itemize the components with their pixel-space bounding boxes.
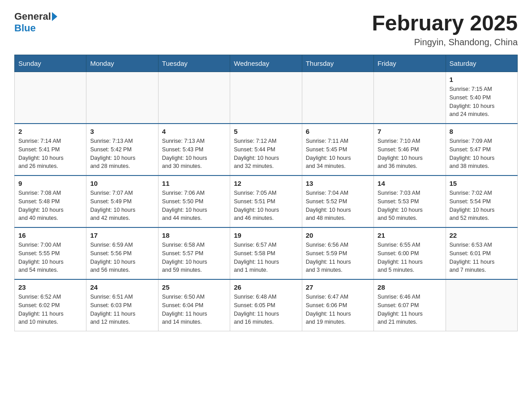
calendar-day-cell: 25Sunrise: 6:50 AMSunset: 6:04 PMDayligh… xyxy=(158,279,230,331)
calendar-day-header: Saturday xyxy=(446,55,517,72)
calendar-day-cell: 14Sunrise: 7:03 AMSunset: 5:53 PMDayligh… xyxy=(374,176,446,227)
day-number: 23 xyxy=(18,283,82,291)
calendar-week-row: 2Sunrise: 7:14 AMSunset: 5:41 PMDaylight… xyxy=(15,124,518,176)
day-number: 11 xyxy=(162,180,226,187)
day-info: Sunrise: 7:15 AMSunset: 5:40 PMDaylight:… xyxy=(450,85,514,119)
day-info: Sunrise: 6:56 AMSunset: 5:59 PMDaylight:… xyxy=(306,241,370,274)
day-number: 12 xyxy=(234,180,298,187)
day-number: 24 xyxy=(90,283,154,291)
calendar-day-header: Wednesday xyxy=(230,55,302,72)
day-info: Sunrise: 7:05 AMSunset: 5:51 PMDaylight:… xyxy=(234,189,298,223)
calendar-table: SundayMondayTuesdayWednesdayThursdayFrid… xyxy=(14,55,518,331)
calendar-day-cell: 1Sunrise: 7:15 AMSunset: 5:40 PMDaylight… xyxy=(446,72,517,124)
calendar-day-cell: 13Sunrise: 7:04 AMSunset: 5:52 PMDayligh… xyxy=(302,176,373,227)
day-number: 2 xyxy=(18,128,82,135)
calendar-day-cell: 23Sunrise: 6:52 AMSunset: 6:02 PMDayligh… xyxy=(15,279,86,331)
calendar-day-cell: 21Sunrise: 6:55 AMSunset: 6:00 PMDayligh… xyxy=(374,227,446,279)
day-info: Sunrise: 7:03 AMSunset: 5:53 PMDaylight:… xyxy=(378,189,442,223)
calendar-day-cell: 20Sunrise: 6:56 AMSunset: 5:59 PMDayligh… xyxy=(302,227,373,279)
calendar-day-cell: 24Sunrise: 6:51 AMSunset: 6:03 PMDayligh… xyxy=(86,279,158,331)
day-number: 7 xyxy=(378,128,442,135)
calendar-day-cell: 3Sunrise: 7:13 AMSunset: 5:42 PMDaylight… xyxy=(86,124,158,176)
calendar-header-row: SundayMondayTuesdayWednesdayThursdayFrid… xyxy=(15,55,518,72)
calendar-day-cell: 26Sunrise: 6:48 AMSunset: 6:05 PMDayligh… xyxy=(230,279,302,331)
page-header: General Blue February 2025 Pingyin, Shan… xyxy=(14,11,518,47)
day-info: Sunrise: 6:53 AMSunset: 6:01 PMDaylight:… xyxy=(450,241,514,274)
day-number: 15 xyxy=(450,180,514,187)
day-info: Sunrise: 6:57 AMSunset: 5:58 PMDaylight:… xyxy=(234,241,298,274)
calendar-day-cell: 6Sunrise: 7:11 AMSunset: 5:45 PMDaylight… xyxy=(302,124,373,176)
day-number: 16 xyxy=(18,231,82,239)
day-number: 6 xyxy=(306,128,370,135)
day-number: 25 xyxy=(162,283,226,291)
calendar-week-row: 23Sunrise: 6:52 AMSunset: 6:02 PMDayligh… xyxy=(15,279,518,331)
day-number: 14 xyxy=(378,180,442,187)
logo-arrow-icon xyxy=(52,12,57,21)
day-number: 21 xyxy=(378,231,442,239)
day-info: Sunrise: 7:13 AMSunset: 5:42 PMDaylight:… xyxy=(90,137,154,171)
calendar-day-cell: 9Sunrise: 7:08 AMSunset: 5:48 PMDaylight… xyxy=(15,176,86,227)
day-number: 28 xyxy=(378,283,442,291)
month-title: February 2025 xyxy=(372,11,518,35)
calendar-day-cell xyxy=(302,72,373,124)
day-info: Sunrise: 6:50 AMSunset: 6:04 PMDaylight:… xyxy=(162,293,226,326)
calendar-day-cell: 4Sunrise: 7:13 AMSunset: 5:43 PMDaylight… xyxy=(158,124,230,176)
day-number: 1 xyxy=(450,76,514,83)
day-number: 17 xyxy=(90,231,154,239)
day-info: Sunrise: 6:52 AMSunset: 6:02 PMDaylight:… xyxy=(18,293,82,326)
calendar-day-cell: 7Sunrise: 7:10 AMSunset: 5:46 PMDaylight… xyxy=(374,124,446,176)
calendar-day-cell xyxy=(158,72,230,124)
day-number: 22 xyxy=(450,231,514,239)
calendar-day-header: Friday xyxy=(374,55,446,72)
day-info: Sunrise: 7:13 AMSunset: 5:43 PMDaylight:… xyxy=(162,137,226,171)
day-number: 13 xyxy=(306,180,370,187)
day-number: 27 xyxy=(306,283,370,291)
day-info: Sunrise: 7:12 AMSunset: 5:44 PMDaylight:… xyxy=(234,137,298,171)
calendar-day-header: Thursday xyxy=(302,55,373,72)
calendar-day-cell: 15Sunrise: 7:02 AMSunset: 5:54 PMDayligh… xyxy=(446,176,517,227)
calendar-day-header: Sunday xyxy=(15,55,86,72)
day-info: Sunrise: 7:09 AMSunset: 5:47 PMDaylight:… xyxy=(450,137,514,171)
day-number: 20 xyxy=(306,231,370,239)
calendar-day-cell: 19Sunrise: 6:57 AMSunset: 5:58 PMDayligh… xyxy=(230,227,302,279)
calendar-day-cell: 12Sunrise: 7:05 AMSunset: 5:51 PMDayligh… xyxy=(230,176,302,227)
calendar-day-cell xyxy=(15,72,86,124)
day-info: Sunrise: 7:10 AMSunset: 5:46 PMDaylight:… xyxy=(378,137,442,171)
title-section: February 2025 Pingyin, Shandong, China xyxy=(372,11,518,47)
calendar-week-row: 9Sunrise: 7:08 AMSunset: 5:48 PMDaylight… xyxy=(15,176,518,227)
day-number: 8 xyxy=(450,128,514,135)
day-info: Sunrise: 7:02 AMSunset: 5:54 PMDaylight:… xyxy=(450,189,514,223)
day-info: Sunrise: 7:06 AMSunset: 5:50 PMDaylight:… xyxy=(162,189,226,223)
calendar-day-cell: 18Sunrise: 6:58 AMSunset: 5:57 PMDayligh… xyxy=(158,227,230,279)
day-number: 5 xyxy=(234,128,298,135)
calendar-day-cell xyxy=(86,72,158,124)
calendar-day-cell: 5Sunrise: 7:12 AMSunset: 5:44 PMDaylight… xyxy=(230,124,302,176)
calendar-day-cell: 16Sunrise: 7:00 AMSunset: 5:55 PMDayligh… xyxy=(15,227,86,279)
calendar-day-cell: 11Sunrise: 7:06 AMSunset: 5:50 PMDayligh… xyxy=(158,176,230,227)
calendar-day-cell: 2Sunrise: 7:14 AMSunset: 5:41 PMDaylight… xyxy=(15,124,86,176)
day-info: Sunrise: 7:08 AMSunset: 5:48 PMDaylight:… xyxy=(18,189,82,223)
calendar-day-cell: 8Sunrise: 7:09 AMSunset: 5:47 PMDaylight… xyxy=(446,124,517,176)
day-number: 3 xyxy=(90,128,154,135)
calendar-day-header: Monday xyxy=(86,55,158,72)
day-info: Sunrise: 7:07 AMSunset: 5:49 PMDaylight:… xyxy=(90,189,154,223)
calendar-day-cell: 27Sunrise: 6:47 AMSunset: 6:06 PMDayligh… xyxy=(302,279,373,331)
day-info: Sunrise: 6:59 AMSunset: 5:56 PMDaylight:… xyxy=(90,241,154,274)
logo: General Blue xyxy=(14,11,58,34)
day-info: Sunrise: 7:04 AMSunset: 5:52 PMDaylight:… xyxy=(306,189,370,223)
calendar-day-cell: 22Sunrise: 6:53 AMSunset: 6:01 PMDayligh… xyxy=(446,227,517,279)
day-number: 9 xyxy=(18,180,82,187)
logo-blue-text: Blue xyxy=(14,22,36,34)
day-number: 4 xyxy=(162,128,226,135)
day-info: Sunrise: 7:11 AMSunset: 5:45 PMDaylight:… xyxy=(306,137,370,171)
location-title: Pingyin, Shandong, China xyxy=(372,37,518,47)
day-info: Sunrise: 6:48 AMSunset: 6:05 PMDaylight:… xyxy=(234,293,298,326)
day-info: Sunrise: 7:00 AMSunset: 5:55 PMDaylight:… xyxy=(18,241,82,274)
day-info: Sunrise: 7:14 AMSunset: 5:41 PMDaylight:… xyxy=(18,137,82,171)
calendar-day-cell xyxy=(374,72,446,124)
calendar-day-cell xyxy=(230,72,302,124)
day-info: Sunrise: 6:58 AMSunset: 5:57 PMDaylight:… xyxy=(162,241,226,274)
day-number: 19 xyxy=(234,231,298,239)
day-info: Sunrise: 6:51 AMSunset: 6:03 PMDaylight:… xyxy=(90,293,154,326)
day-number: 18 xyxy=(162,231,226,239)
